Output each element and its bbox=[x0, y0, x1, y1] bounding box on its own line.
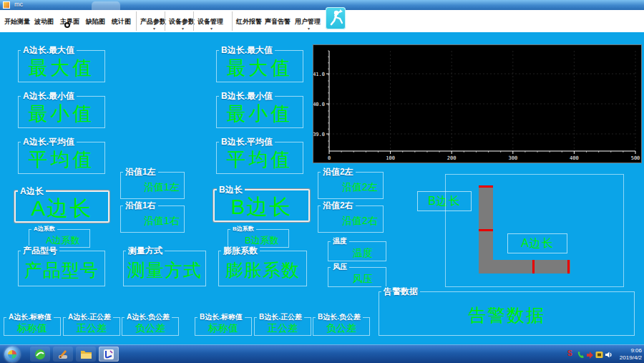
panel-b-nominal-value: 标称值 bbox=[195, 318, 251, 335]
menubar: 开始测量 波动图 主界面 缺陷图 统计图 产品参数 设备参数 设备管理 红外报警… bbox=[0, 10, 644, 32]
panel-a-nominal: A边长.标称值 标称值 bbox=[4, 317, 61, 336]
taskbar-app-folder[interactable] bbox=[76, 347, 96, 362]
panel-a-coef-value: A边系数 bbox=[29, 230, 89, 247]
menu-separator bbox=[193, 11, 194, 31]
panel-edge2-right: 沿值2右 沿值2右 bbox=[318, 205, 384, 233]
chevron-down-icon[interactable]: ▾ bbox=[182, 26, 184, 31]
panel-temperature-value: 温度 bbox=[328, 242, 386, 261]
profile-diagram: A边长 bbox=[445, 174, 624, 287]
chevron-down-icon[interactable]: ▾ bbox=[153, 26, 155, 31]
svg-text:300: 300 bbox=[508, 155, 517, 161]
svg-text:41.0: 41.0 bbox=[313, 72, 325, 77]
skater-icon bbox=[326, 7, 346, 29]
a-length-button-value: A边长 bbox=[16, 192, 108, 221]
menu-separator bbox=[232, 11, 233, 31]
panel-edge1-left: 沿值1左 沿值1左 bbox=[120, 172, 185, 199]
red-mark-bottom-mid bbox=[532, 260, 535, 274]
panel-a-neg-tolerance: A边长.负公差 负公差 bbox=[122, 317, 179, 336]
panel-a-min-value: 最小值 bbox=[19, 97, 104, 127]
panel-temperature: 温度 温度 bbox=[328, 241, 386, 261]
panel-edge2-left-value: 沿值2左 bbox=[318, 173, 383, 198]
svg-text:40.0: 40.0 bbox=[313, 102, 325, 107]
diagram-a-length-text: A边长 bbox=[521, 236, 554, 251]
panel-product-model: 产品型号 产品型号 bbox=[18, 251, 105, 286]
chevron-down-icon[interactable]: ▾ bbox=[308, 26, 310, 31]
green-globe-icon bbox=[34, 349, 46, 360]
menu-separator bbox=[136, 11, 137, 31]
app-logo-button[interactable] bbox=[326, 7, 346, 29]
panel-b-max: B边长.最大值 最大值 bbox=[216, 50, 303, 82]
panel-wind-pressure: 风压 风压 bbox=[328, 267, 386, 287]
taskbar-app-green-globe[interactable] bbox=[30, 347, 50, 362]
menu-item-start-measure[interactable]: 开始测量 bbox=[4, 17, 30, 26]
panel-measure-mode-value: 测量方式 bbox=[124, 251, 205, 286]
taskbar-app-mc-active[interactable] bbox=[99, 347, 119, 362]
tray-speaker-icon[interactable] bbox=[605, 351, 613, 359]
taskbar: S 9:06 2019/4/2 bbox=[0, 344, 644, 363]
taskbar-app-paint[interactable] bbox=[53, 347, 73, 362]
menu-item-infrared-alarm[interactable]: 红外报警 bbox=[236, 17, 262, 26]
panel-expansion-coef-value: 膨胀系数 bbox=[219, 251, 306, 286]
panel-b-min: B边长.最小值 最小值 bbox=[216, 96, 303, 128]
panel-expansion-coef: 膨胀系数 膨胀系数 bbox=[218, 251, 307, 286]
panel-a-pos-tolerance: A边长.正公差 正公差 bbox=[63, 317, 120, 336]
panel-edge1-right-value: 沿值1右 bbox=[121, 206, 184, 232]
panel-edge1-right: 沿值1右 沿值1右 bbox=[120, 205, 185, 233]
panel-a-pos-tolerance-value: 正公差 bbox=[64, 318, 119, 335]
menu-item-defect-chart[interactable]: 缺陷图 bbox=[86, 17, 105, 26]
a-length-button[interactable]: A边长 A边长 bbox=[14, 190, 109, 223]
panel-a-avg-value: 平均值 bbox=[19, 142, 104, 173]
panel-edge2-right-value: 沿值2右 bbox=[318, 206, 383, 232]
red-mark-top bbox=[479, 185, 493, 188]
panel-a-avg: A边长.平均值 平均值 bbox=[18, 142, 105, 174]
l-shape-horizontal-bar bbox=[479, 260, 570, 274]
menu-item-wave-chart[interactable]: 波动图 bbox=[34, 17, 54, 26]
svg-text:500: 500 bbox=[631, 155, 640, 161]
svg-text:39.0: 39.0 bbox=[313, 132, 325, 137]
red-mark-bottom-end bbox=[567, 260, 570, 274]
radio-indicator[interactable] bbox=[64, 22, 70, 28]
paint-brush-icon bbox=[57, 349, 69, 360]
panel-b-avg: B边长.平均值 平均值 bbox=[216, 142, 303, 174]
svg-text:100: 100 bbox=[386, 155, 395, 161]
b-length-button-value: B边长 bbox=[215, 190, 308, 221]
panel-b-nominal: B边长.标称值 标称值 bbox=[195, 317, 252, 336]
panel-b-neg-tolerance-value: 负公差 bbox=[313, 318, 369, 335]
cad-app-icon bbox=[103, 349, 114, 360]
panel-wind-pressure-value: 风压 bbox=[328, 268, 386, 286]
menu-item-sound-alarm[interactable]: 声音告警 bbox=[265, 17, 291, 26]
clock-time: 9:06 bbox=[620, 347, 642, 354]
start-button[interactable] bbox=[4, 347, 20, 362]
main-window: mc 开始测量 波动图 主界面 缺陷图 统计图 产品参数 设备参数 设备管理 红… bbox=[0, 0, 644, 363]
window-icon bbox=[3, 1, 10, 9]
tray-app-icon[interactable] bbox=[595, 351, 603, 359]
panel-b-max-value: 最大值 bbox=[217, 51, 303, 82]
panel-a-max-value: 最大值 bbox=[19, 51, 104, 82]
taskbar-clock[interactable]: 9:06 2019/4/2 bbox=[620, 347, 642, 362]
titlebar: mc bbox=[0, 0, 644, 10]
red-mark-middle bbox=[479, 229, 493, 231]
panel-edge2-left: 沿值2左 沿值2左 bbox=[318, 172, 384, 199]
panel-a-max: A边长.最大值 最大值 bbox=[18, 50, 105, 82]
panel-a-nominal-value: 标称值 bbox=[4, 318, 60, 335]
diagram-a-length-label: A边长 bbox=[507, 233, 567, 253]
panel-a-neg-tolerance-value: 负公差 bbox=[122, 318, 178, 335]
window-title: mc bbox=[14, 1, 23, 8]
panel-edge1-left-value: 沿值1左 bbox=[121, 173, 184, 198]
clock-date: 2019/4/2 bbox=[620, 354, 642, 362]
tray-arrow-icon[interactable] bbox=[586, 351, 594, 359]
panel-b-pos-tolerance-value: 正公差 bbox=[255, 318, 311, 335]
tray-sogou-icon[interactable]: S bbox=[567, 349, 572, 357]
trend-chart: 010020030040050041.040.039.0 bbox=[313, 44, 642, 163]
menu-item-stats-chart[interactable]: 统计图 bbox=[112, 17, 131, 26]
chevron-down-icon[interactable]: ▾ bbox=[210, 26, 213, 31]
panel-b-coef-value: B边系数 bbox=[228, 230, 288, 247]
panel-b-pos-tolerance: B边长.正公差 正公差 bbox=[254, 317, 311, 336]
panel-b-neg-tolerance: B边长.负公差 负公差 bbox=[313, 317, 370, 336]
panel-product-model-value: 产品型号 bbox=[19, 251, 104, 286]
windows-logo-icon bbox=[8, 350, 16, 359]
b-length-button[interactable]: B边长 B边长 bbox=[213, 189, 310, 222]
folder-icon bbox=[80, 349, 92, 359]
menu-separator bbox=[165, 11, 165, 31]
tray-phone-icon[interactable] bbox=[577, 351, 585, 359]
